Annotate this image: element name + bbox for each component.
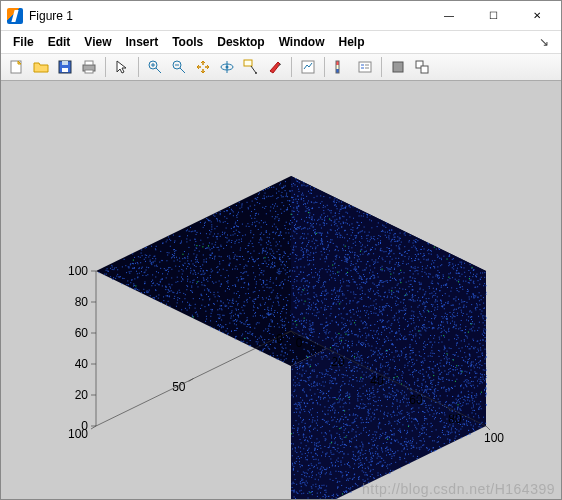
data-cursor-icon[interactable] (239, 56, 263, 78)
menu-file[interactable]: File (7, 33, 40, 51)
brush-icon[interactable] (263, 56, 287, 78)
minimize-button[interactable]: — (427, 2, 471, 30)
axes-3d[interactable]: http://blog.csdn.net/H164399 (1, 81, 561, 499)
svg-point-12 (255, 72, 257, 74)
toolbar-separator (291, 57, 292, 77)
pan-icon[interactable] (191, 56, 215, 78)
open-file-icon[interactable] (29, 56, 53, 78)
pointer-icon[interactable] (110, 56, 134, 78)
svg-rect-13 (302, 61, 314, 73)
svg-rect-18 (359, 62, 371, 72)
toolbar-separator (105, 57, 106, 77)
show-tools-icon[interactable] (410, 56, 434, 78)
link-plot-icon[interactable] (296, 56, 320, 78)
svg-point-10 (226, 66, 229, 69)
menu-edit[interactable]: Edit (42, 33, 77, 51)
menu-help[interactable]: Help (333, 33, 371, 51)
axes-canvas (1, 81, 561, 499)
print-icon[interactable] (77, 56, 101, 78)
svg-rect-19 (393, 62, 403, 72)
menu-window[interactable]: Window (273, 33, 331, 51)
save-icon[interactable] (53, 56, 77, 78)
svg-rect-3 (62, 61, 68, 65)
svg-rect-6 (85, 70, 93, 73)
watermark-text: http://blog.csdn.net/H164399 (362, 481, 555, 497)
figure-toolbar (1, 53, 561, 81)
colorbar-icon[interactable] (329, 56, 353, 78)
menu-desktop[interactable]: Desktop (211, 33, 270, 51)
menu-tools[interactable]: Tools (166, 33, 209, 51)
title-bar: Figure 1 — ☐ ✕ (1, 1, 561, 31)
svg-rect-5 (85, 61, 93, 65)
close-button[interactable]: ✕ (515, 2, 559, 30)
zoom-out-icon[interactable] (167, 56, 191, 78)
zoom-in-icon[interactable] (143, 56, 167, 78)
toolbar-separator (138, 57, 139, 77)
toolbar-separator (324, 57, 325, 77)
svg-rect-11 (244, 60, 252, 66)
menu-bar: File Edit View Insert Tools Desktop Wind… (1, 31, 561, 53)
menu-insert[interactable]: Insert (119, 33, 164, 51)
legend-icon[interactable] (353, 56, 377, 78)
window-title: Figure 1 (29, 9, 427, 23)
matlab-app-icon (7, 8, 23, 24)
hide-tools-icon[interactable] (386, 56, 410, 78)
svg-rect-21 (421, 66, 428, 73)
dock-corner-icon[interactable]: ↘ (533, 33, 555, 51)
toolbar-separator (381, 57, 382, 77)
menu-view[interactable]: View (78, 33, 117, 51)
maximize-button[interactable]: ☐ (471, 2, 515, 30)
rotate-3d-icon[interactable] (215, 56, 239, 78)
svg-rect-2 (62, 68, 68, 72)
new-figure-icon[interactable] (5, 56, 29, 78)
